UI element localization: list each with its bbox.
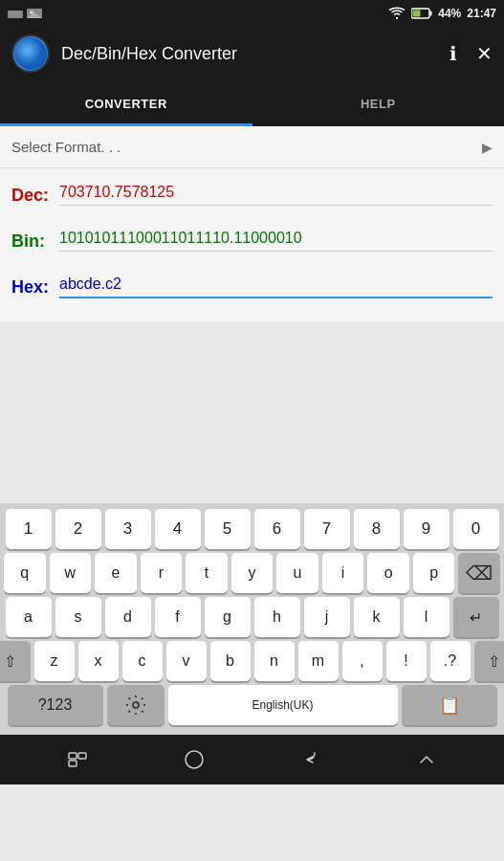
tab-bar: CONVERTER HELP — [0, 80, 504, 126]
hex-label: Hex: — [11, 276, 59, 298]
key-p[interactable]: p — [413, 553, 455, 593]
key-a[interactable]: a — [6, 597, 52, 637]
bin-label: Bin: — [11, 230, 59, 252]
bin-value: 10101011100011011110.11000010 — [59, 230, 302, 246]
status-bar: 44% 21:47 — [0, 0, 504, 27]
key-x[interactable]: x — [78, 641, 119, 681]
app-icon-inner — [14, 37, 47, 70]
clipboard-key[interactable]: 📋 — [402, 685, 497, 725]
key-f[interactable]: f — [155, 597, 201, 637]
image-icon — [27, 9, 42, 18]
svg-point-7 — [133, 702, 139, 708]
key-4[interactable]: 4 — [155, 509, 201, 549]
asdf-row: a s d f g h j k l ↵ — [4, 597, 500, 637]
dropdown-arrow-icon: ▶ — [482, 140, 493, 155]
bin-field-row: Bin: 10101011100011011110.11000010 — [0, 222, 504, 268]
key-7[interactable]: 7 — [304, 509, 350, 549]
tab-help[interactable]: HELP — [252, 80, 505, 126]
home-icon — [184, 749, 205, 770]
key-h[interactable]: h — [254, 597, 300, 637]
battery-percent: 44% — [438, 7, 461, 20]
converter-fields: Dec: 703710.7578125 Bin: 101010111000110… — [0, 168, 504, 321]
keyboard: 1 2 3 4 5 6 7 8 9 0 q w e r t y u i o p … — [0, 503, 504, 735]
tab-converter[interactable]: CONVERTER — [0, 80, 252, 126]
key-1[interactable]: 1 — [6, 509, 52, 549]
space-key[interactable]: English(UK) — [168, 685, 398, 725]
key-d[interactable]: d — [105, 597, 151, 637]
key-c[interactable]: c — [122, 641, 163, 681]
key-b[interactable]: b — [210, 641, 251, 681]
key-t[interactable]: t — [186, 553, 228, 593]
key-l[interactable]: l — [404, 597, 449, 637]
key-s[interactable]: s — [55, 597, 101, 637]
gear-icon — [126, 695, 145, 715]
hex-value: abcde.c2 — [59, 276, 121, 292]
key-q[interactable]: q — [4, 553, 46, 593]
key-n[interactable]: n — [254, 641, 295, 681]
key-g[interactable]: g — [205, 597, 251, 637]
bin-value-wrapper[interactable]: 10101011100011011110.11000010 — [59, 230, 493, 252]
svg-rect-6 — [413, 11, 421, 17]
hex-value-wrapper[interactable]: abcde.c2 — [59, 276, 493, 298]
key-8[interactable]: 8 — [354, 509, 400, 549]
app-icon — [11, 34, 50, 73]
bottom-row: ?123 English(UK) 📋 — [4, 685, 500, 725]
key-o[interactable]: o — [367, 553, 409, 593]
enter-key[interactable]: ↵ — [453, 597, 499, 637]
clock: 21:47 — [467, 7, 496, 20]
key-9[interactable]: 9 — [404, 509, 449, 549]
key-u[interactable]: u — [276, 553, 318, 593]
shift-key[interactable]: ⇧ — [0, 641, 31, 681]
recent-apps-button[interactable] — [54, 736, 101, 784]
number-row: 1 2 3 4 5 6 7 8 9 0 — [4, 509, 500, 549]
expand-button[interactable] — [403, 736, 450, 784]
qwerty-row: q w e r t y u i o p ⌫ — [4, 553, 500, 593]
back-button[interactable] — [286, 736, 334, 784]
empty-content-area — [0, 321, 504, 503]
home-button[interactable] — [170, 736, 218, 784]
key-y[interactable]: y — [231, 553, 274, 593]
nav-bar — [0, 735, 504, 784]
format-selector[interactable]: Select Format. . . ▶ — [0, 126, 504, 168]
notification-icon — [8, 9, 23, 18]
num-switch-key[interactable]: ?123 — [8, 685, 103, 725]
format-placeholder: Select Format. . . — [11, 139, 482, 155]
app-title: Dec/Bin/Hex Converter — [61, 44, 438, 64]
backspace-key[interactable]: ⌫ — [458, 553, 500, 593]
zxcv-row: ⇧ z x c v b n m , ! .? ⇧ — [4, 641, 500, 681]
dec-value: 703710.7578125 — [59, 184, 174, 200]
svg-rect-9 — [78, 753, 86, 759]
recent-apps-icon — [67, 749, 88, 770]
expand-icon — [416, 749, 437, 770]
dec-value-wrapper[interactable]: 703710.7578125 — [59, 184, 493, 206]
svg-rect-8 — [69, 753, 77, 759]
back-icon — [299, 749, 320, 770]
svg-rect-10 — [69, 761, 77, 766]
close-button[interactable]: ✕ — [476, 42, 493, 65]
status-bar-left — [8, 9, 383, 18]
key-v[interactable]: v — [166, 641, 207, 681]
key-r[interactable]: r — [141, 553, 183, 593]
key-i[interactable]: i — [322, 553, 364, 593]
key-z[interactable]: z — [34, 641, 75, 681]
battery-icon — [411, 8, 432, 19]
key-m[interactable]: m — [298, 641, 339, 681]
key-j[interactable]: j — [304, 597, 350, 637]
key-5[interactable]: 5 — [205, 509, 251, 549]
key-6[interactable]: 6 — [254, 509, 300, 549]
key-e[interactable]: e — [95, 553, 137, 593]
key-2[interactable]: 2 — [55, 509, 101, 549]
dec-field-row: Dec: 703710.7578125 — [0, 176, 504, 222]
key-w[interactable]: w — [50, 553, 92, 593]
key-comma[interactable]: , — [342, 641, 383, 681]
info-button[interactable]: ℹ — [449, 42, 457, 65]
settings-key[interactable] — [107, 685, 164, 725]
key-k[interactable]: k — [354, 597, 400, 637]
title-bar: Dec/Bin/Hex Converter ℹ ✕ — [0, 27, 504, 80]
shift-key-right[interactable]: ⇧ — [474, 641, 505, 681]
key-question[interactable]: .? — [430, 641, 471, 681]
key-3[interactable]: 3 — [105, 509, 151, 549]
key-0[interactable]: 0 — [453, 509, 499, 549]
key-exclaim[interactable]: ! — [386, 641, 427, 681]
wifi-icon — [388, 7, 405, 20]
